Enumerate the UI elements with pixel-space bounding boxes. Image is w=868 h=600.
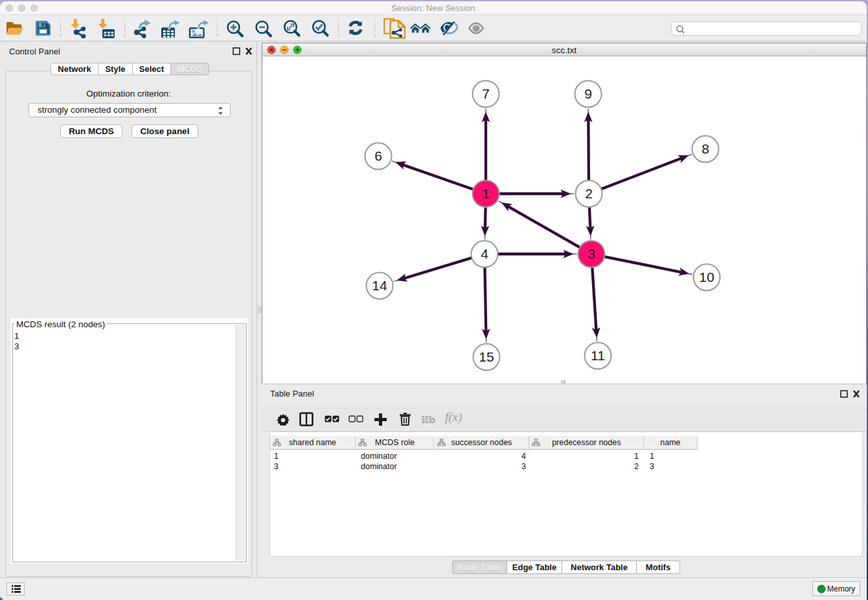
svg-text:1: 1	[482, 186, 490, 201]
svg-text:8: 8	[702, 141, 709, 156]
svg-text:15: 15	[479, 349, 494, 364]
svg-text:11: 11	[591, 348, 605, 363]
svg-text:7: 7	[482, 86, 490, 101]
svg-text:6: 6	[374, 148, 382, 163]
svg-text:3: 3	[588, 246, 595, 261]
svg-text:14: 14	[372, 278, 387, 293]
svg-text:4: 4	[481, 246, 488, 261]
svg-text:2: 2	[585, 186, 593, 201]
svg-text:10: 10	[699, 270, 714, 284]
svg-text:9: 9	[584, 86, 592, 101]
